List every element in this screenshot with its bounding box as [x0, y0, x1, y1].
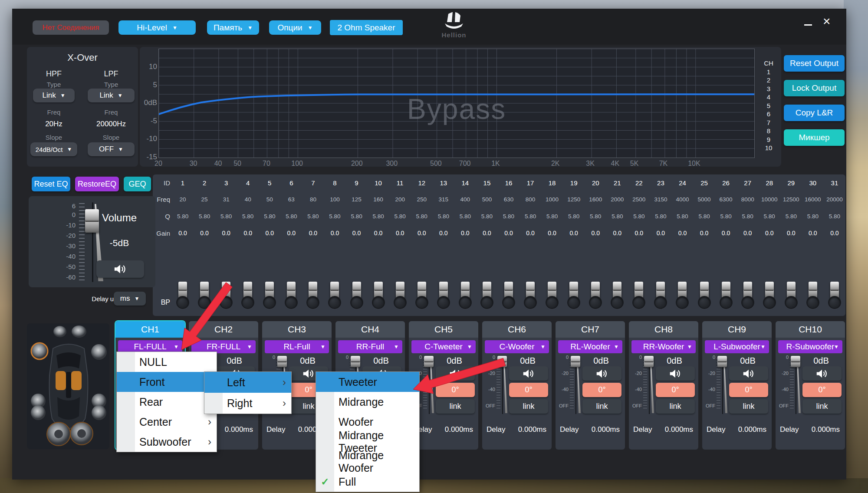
channel-role-dropdown[interactable]: RR-Woofer ▼ — [631, 340, 696, 353]
channel-role-dropdown[interactable]: RL-Full ▼ — [265, 340, 329, 353]
eq-id-cell[interactable]: 31 — [824, 179, 845, 187]
speaker-front-right-tweeter[interactable] — [72, 325, 86, 338]
bp-toggle[interactable] — [176, 296, 189, 309]
output-button-3[interactable]: Copy L&R — [784, 105, 845, 121]
bp-toggle[interactable] — [546, 296, 559, 309]
eq-id-cell[interactable]: 29 — [780, 179, 802, 187]
hpf-slope-dropdown[interactable]: 24dB/Oct ▼ — [30, 142, 77, 156]
channel-header[interactable]: CH10 — [776, 321, 845, 338]
channel-number[interactable]: 2 — [759, 76, 779, 85]
fader-thumb[interactable] — [571, 356, 580, 367]
menu-item-rear[interactable]: Rear› — [117, 392, 217, 412]
channel-number[interactable]: 8 — [759, 127, 779, 135]
fader-thumb[interactable] — [424, 356, 434, 367]
mute-button[interactable] — [582, 366, 621, 381]
phase-button[interactable]: 0° — [656, 383, 695, 397]
menu-item-left[interactable]: Left› — [204, 372, 291, 393]
minimize-button[interactable] — [804, 24, 812, 26]
menu-item-subwoofer[interactable]: Subwoofer› — [117, 432, 217, 452]
titlebar-menu-hi-level[interactable]: Hi-Level▼ — [118, 20, 196, 35]
channel-role-dropdown[interactable]: RR-Full ▼ — [338, 340, 402, 353]
output-button-2[interactable]: Lock Output — [784, 80, 845, 96]
eq-id-cell[interactable]: 10 — [368, 179, 389, 187]
speaker-rear-right-lower[interactable] — [92, 405, 106, 420]
phase-button[interactable]: 0° — [509, 383, 548, 397]
menu-item-right[interactable]: Right› — [204, 393, 291, 414]
link-button[interactable]: link — [582, 399, 621, 414]
channel-role-dropdown[interactable]: L-Subwoofer ▼ — [705, 340, 769, 353]
response-plot[interactable]: Bypass — [158, 49, 755, 158]
fader-thumb[interactable] — [277, 356, 287, 367]
speaker-mode-button[interactable]: 2 Ohm Speaker — [330, 20, 403, 35]
eq-id-cell[interactable]: 5 — [259, 179, 280, 187]
eq-id-cell[interactable]: 15 — [476, 179, 498, 187]
bp-toggle[interactable] — [763, 296, 776, 309]
link-button[interactable]: link — [729, 399, 768, 414]
bp-toggle[interactable] — [676, 296, 689, 309]
delay-unit-dropdown[interactable]: ms ▼ — [114, 292, 146, 306]
mute-button[interactable] — [509, 366, 548, 381]
eq-button-geq[interactable]: GEQ — [124, 177, 151, 191]
channel-header[interactable]: CH3 — [262, 321, 332, 338]
channel-header[interactable]: CH8 — [629, 321, 698, 338]
eq-id-cell[interactable]: 17 — [519, 179, 541, 187]
mute-button[interactable] — [436, 366, 475, 381]
fader-thumb[interactable] — [644, 356, 654, 367]
eq-id-cell[interactable]: 6 — [280, 179, 302, 187]
eq-id-cell[interactable]: 21 — [606, 179, 628, 187]
mute-button[interactable] — [656, 366, 695, 381]
eq-id-cell[interactable]: 23 — [650, 179, 671, 187]
channel-role-dropdown[interactable]: RL-Woofer ▼ — [558, 340, 622, 353]
eq-id-cell[interactable]: 12 — [411, 179, 433, 187]
eq-id-cell[interactable]: 20 — [585, 179, 606, 187]
eq-id-cell[interactable]: 4 — [237, 179, 259, 187]
fader-thumb[interactable] — [717, 356, 727, 367]
menu-item-midrange-woofer[interactable]: Midrange Woofer — [316, 452, 419, 472]
bp-toggle[interactable] — [459, 296, 472, 309]
bp-toggle[interactable] — [589, 296, 602, 309]
bp-toggle[interactable] — [480, 296, 493, 309]
titlebar-menu-опции[interactable]: Опции▼ — [269, 20, 321, 35]
speaker-front-left-tweeter[interactable] — [53, 326, 66, 337]
bp-toggle[interactable] — [741, 296, 754, 309]
eq-id-cell[interactable]: 28 — [759, 179, 780, 187]
bp-toggle[interactable] — [285, 296, 298, 309]
eq-id-cell[interactable]: 9 — [346, 179, 368, 187]
phase-button[interactable]: 0° — [436, 383, 475, 397]
channel-header[interactable]: CH1 — [115, 321, 185, 338]
eq-id-cell[interactable]: 7 — [302, 179, 324, 187]
window-titlebar[interactable]: Нет Соединения Hi-Level▼Память▼Опции▼ 2 … — [12, 9, 846, 45]
bp-toggle[interactable] — [394, 296, 407, 309]
hpf-freq-value[interactable]: 20Hz — [36, 120, 72, 128]
eq-id-cell[interactable]: 14 — [454, 179, 476, 187]
bp-toggle[interactable] — [524, 296, 537, 309]
eq-id-cell[interactable]: 16 — [498, 179, 519, 187]
lpf-slope-dropdown[interactable]: OFF ▼ — [88, 142, 135, 156]
eq-id-cell[interactable]: 8 — [324, 179, 345, 187]
phase-button[interactable]: 0° — [802, 383, 842, 397]
link-button[interactable]: link — [436, 399, 475, 414]
lpf-freq-value[interactable]: 20000Hz — [93, 120, 129, 128]
menu-item-tweeter[interactable]: Tweeter — [316, 372, 419, 392]
channel-header[interactable]: CH7 — [556, 321, 625, 338]
channel-number[interactable]: 10 — [759, 144, 779, 152]
eq-id-cell[interactable]: 24 — [671, 179, 693, 187]
hpf-type-dropdown[interactable]: Link ▼ — [33, 89, 75, 102]
bp-toggle[interactable] — [220, 296, 233, 309]
bp-toggle[interactable] — [654, 296, 667, 309]
bp-toggle[interactable] — [632, 296, 645, 309]
bp-toggle[interactable] — [567, 296, 580, 309]
phase-button[interactable]: 0° — [582, 383, 621, 397]
menu-item-midrange[interactable]: Midrange — [316, 392, 419, 412]
bp-toggle[interactable] — [263, 296, 276, 309]
output-button-1[interactable]: Reset Output — [784, 55, 845, 72]
bp-toggle[interactable] — [328, 296, 341, 309]
mute-button[interactable] — [729, 366, 768, 381]
eq-id-cell[interactable]: 22 — [628, 179, 650, 187]
menu-item-full[interactable]: ✓Full — [316, 472, 419, 492]
eq-id-cell[interactable]: 2 — [194, 179, 215, 187]
channel-number[interactable]: 6 — [759, 110, 779, 118]
bp-toggle[interactable] — [502, 296, 515, 309]
speaker-front-left-highlighted[interactable] — [31, 343, 48, 359]
channel-header[interactable]: CH9 — [702, 321, 772, 338]
